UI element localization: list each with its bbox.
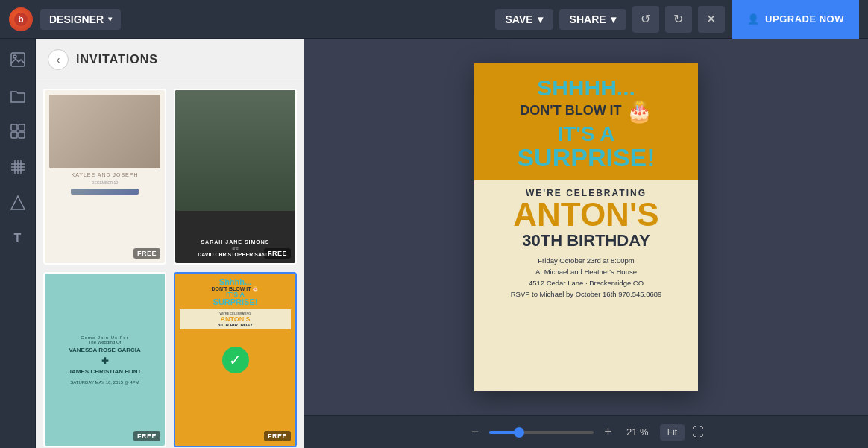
svg-rect-4 bbox=[11, 124, 17, 130]
designer-button[interactable]: DESIGNER ▾ bbox=[40, 9, 121, 30]
zoom-percentage: 21 % bbox=[623, 426, 652, 438]
card-detail-1: Friday October 23rd at 8:00pm bbox=[486, 255, 686, 266]
upgrade-icon: 👤 bbox=[747, 13, 760, 25]
bottom-zoom-bar: − + 21 % Fit ⛶ bbox=[304, 415, 868, 448]
save-button[interactable]: SAVE ▾ bbox=[495, 9, 553, 30]
card-30th: 30TH BIRTHDAY bbox=[486, 231, 686, 250]
card-detail-4: RSVP to Michael by October 16th 970.545.… bbox=[486, 288, 686, 300]
card-detail-3: 4512 Cedar Lane · Breckenridge CO bbox=[486, 277, 686, 288]
card-dont: DON'T BLOW IT bbox=[520, 104, 621, 119]
svg-rect-2 bbox=[11, 53, 25, 66]
back-button[interactable]: ‹ bbox=[48, 49, 69, 70]
card-surprise: SURPRISE! bbox=[517, 145, 655, 170]
layout-tool[interactable] bbox=[6, 119, 30, 143]
fit-label: Fit bbox=[667, 427, 677, 438]
template-card-wedding[interactable]: KAYLEE AND JOSEPH DECEMBER 12 FREE bbox=[43, 89, 166, 265]
zoom-slider-fill bbox=[489, 431, 515, 434]
chevron-down-icon: ▾ bbox=[108, 15, 112, 23]
selected-check: ✓ bbox=[222, 347, 249, 373]
grid-tool[interactable] bbox=[6, 155, 30, 179]
template-scroll[interactable]: KAYLEE AND JOSEPH DECEMBER 12 FREE SARAH… bbox=[36, 81, 304, 448]
zoom-slider-thumb[interactable] bbox=[514, 427, 524, 438]
canvas-wrapper: Shhhh... DON'T BLOW IT 🎂 IT'S A SURPRISE… bbox=[304, 39, 868, 415]
share-button[interactable]: SHARE ▾ bbox=[559, 9, 626, 30]
svg-text:b: b bbox=[18, 14, 23, 25]
svg-point-3 bbox=[13, 55, 16, 58]
free-badge: FREE bbox=[133, 248, 160, 259]
back-icon: ‹ bbox=[57, 54, 60, 66]
fit-button[interactable]: Fit bbox=[660, 424, 685, 441]
upgrade-label: UPGRADE NOW bbox=[765, 13, 844, 25]
card-antons: ANTON'S bbox=[486, 198, 686, 231]
redo-icon: ↻ bbox=[673, 12, 683, 26]
template-card-mint[interactable]: Come Join Us For The Wedding Of VANESSA … bbox=[43, 272, 166, 448]
undo-button[interactable]: ↺ bbox=[632, 6, 659, 33]
zoom-in-button[interactable]: + bbox=[601, 421, 615, 443]
folder-tool[interactable] bbox=[6, 83, 30, 107]
topbar: b DESIGNER ▾ SAVE ▾ SHARE ▾ ↺ ↻ ✕ 👤 UPGR… bbox=[0, 0, 868, 39]
card-top-section: Shhhh... DON'T BLOW IT 🎂 IT'S A SURPRISE… bbox=[474, 63, 698, 180]
card-detail-2: At Michael and Heather's House bbox=[486, 266, 686, 277]
save-chevron-icon: ▾ bbox=[538, 13, 543, 25]
svg-rect-6 bbox=[11, 132, 17, 138]
card-its-a: IT'S A bbox=[557, 124, 614, 145]
text-tool[interactable]: T bbox=[6, 227, 30, 250]
free-badge-2: FREE bbox=[264, 248, 291, 259]
canvas-area: Shhhh... DON'T BLOW IT 🎂 IT'S A SURPRISE… bbox=[304, 39, 868, 448]
svg-marker-14 bbox=[11, 196, 25, 209]
expand-button[interactable]: ⛶ bbox=[692, 426, 704, 439]
text-icon: T bbox=[14, 232, 22, 245]
card-bottom-section: WE'RE CELEBRATING ANTON'S 30TH BIRTHDAY … bbox=[474, 180, 698, 308]
free-badge-4: FREE bbox=[264, 431, 291, 441]
topbar-actions: SAVE ▾ SHARE ▾ ↺ ↻ ✕ bbox=[495, 6, 725, 33]
logo: b bbox=[9, 7, 33, 31]
share-label: SHARE bbox=[570, 13, 606, 25]
save-label: SAVE bbox=[506, 13, 533, 25]
shapes-tool[interactable] bbox=[6, 191, 30, 215]
invitation-card: Shhhh... DON'T BLOW IT 🎂 IT'S A SURPRISE… bbox=[474, 63, 698, 391]
svg-rect-5 bbox=[19, 124, 25, 130]
cake-icon: 🎂 bbox=[626, 99, 652, 124]
template-grid: KAYLEE AND JOSEPH DECEMBER 12 FREE SARAH… bbox=[43, 89, 297, 448]
share-chevron-icon: ▾ bbox=[611, 13, 616, 25]
template-card-surprise[interactable]: Shhhh... DON'T BLOW IT 🎂 IT'S A SURPRISE… bbox=[174, 272, 297, 448]
upgrade-button[interactable]: 👤 UPGRADE NOW bbox=[732, 0, 859, 39]
redo-button[interactable]: ↻ bbox=[665, 6, 692, 33]
zoom-slider-track[interactable] bbox=[489, 431, 594, 434]
free-badge-3: FREE bbox=[133, 431, 160, 441]
close-icon: ✕ bbox=[706, 12, 716, 26]
image-tool[interactable] bbox=[6, 48, 30, 72]
icon-bar: T bbox=[0, 39, 36, 448]
expand-icon: ⛶ bbox=[692, 426, 704, 438]
card-details: Friday October 23rd at 8:00pm At Michael… bbox=[486, 255, 686, 300]
minus-icon: − bbox=[471, 424, 479, 439]
sidebar-title: INVITATIONS bbox=[76, 53, 158, 66]
sidebar-panel: ‹ INVITATIONS KAYLEE AND JOSEPH DECEMBER… bbox=[36, 39, 304, 448]
sidebar-header: ‹ INVITATIONS bbox=[36, 39, 304, 81]
plus-icon: + bbox=[604, 424, 612, 439]
svg-rect-7 bbox=[19, 132, 25, 138]
card-shhhh: Shhhh... bbox=[537, 77, 635, 99]
undo-icon: ↺ bbox=[641, 12, 650, 26]
close-button[interactable]: ✕ bbox=[698, 6, 725, 33]
main-layout: T ‹ INVITATIONS KAYLEE AND JOSEPH DECEMB… bbox=[0, 39, 868, 448]
template-card-dark[interactable]: SARAH JANE SIMONS and DAVID CHRISTOPHER … bbox=[174, 89, 297, 265]
designer-label: DESIGNER bbox=[49, 13, 104, 25]
zoom-out-button[interactable]: − bbox=[468, 421, 482, 443]
